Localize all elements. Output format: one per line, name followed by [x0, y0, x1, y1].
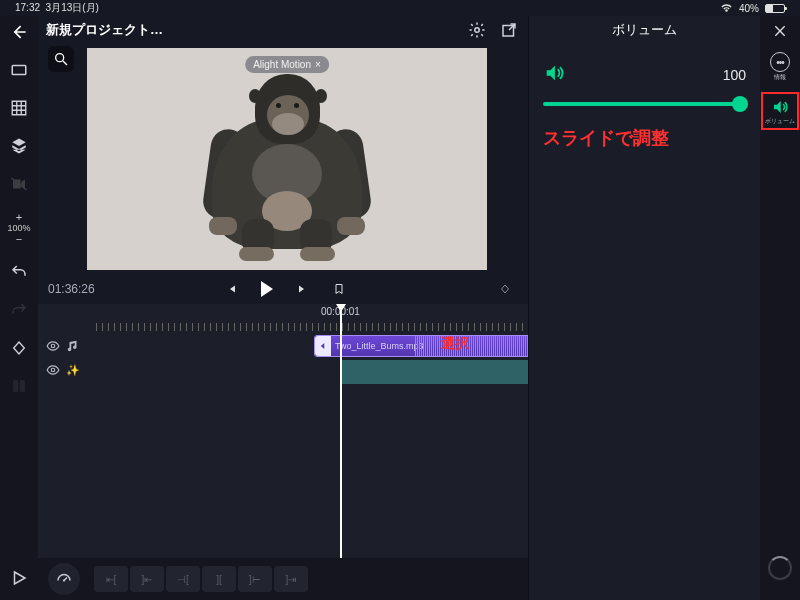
track-head-video[interactable]: ✨	[38, 358, 96, 382]
gorilla-illustration	[197, 69, 377, 249]
bookmark-icon[interactable]	[326, 283, 352, 295]
undo-icon[interactable]	[9, 262, 29, 282]
eye-icon[interactable]	[46, 363, 60, 377]
speed-button[interactable]	[48, 563, 80, 595]
eye-icon[interactable]	[46, 339, 60, 353]
svg-point-6	[56, 54, 64, 62]
split-right-button[interactable]: ]⊢	[238, 566, 272, 592]
svg-point-4	[475, 28, 480, 33]
camera-off-icon[interactable]	[9, 174, 29, 194]
export-icon[interactable]	[498, 19, 520, 41]
battery-icon	[765, 4, 785, 13]
status-time: 17:32	[15, 2, 40, 13]
timecode: 01:36:26	[48, 282, 208, 296]
close-icon[interactable]	[769, 20, 791, 42]
loading-spinner-icon	[768, 556, 792, 580]
svg-point-10	[63, 579, 65, 581]
project-title: 新規プロジェクト…	[46, 21, 456, 39]
panel-title: ボリューム	[529, 16, 760, 44]
wifi-icon	[720, 4, 733, 13]
video-clip[interactable]	[340, 360, 528, 384]
split-button[interactable]: ][	[202, 566, 236, 592]
time-ruler[interactable]: 00:00:01	[96, 304, 528, 334]
trim-in-button[interactable]: ]⇤	[130, 566, 164, 592]
split-left-button[interactable]: ⊣[	[166, 566, 200, 592]
svg-rect-0	[12, 66, 26, 75]
svg-line-7	[63, 61, 67, 65]
slider-thumb[interactable]	[732, 96, 748, 112]
svg-point-9	[51, 368, 55, 372]
volume-value: 100	[723, 67, 746, 83]
preview-canvas[interactable]: Alight Motion×	[87, 48, 487, 270]
volume-slider[interactable]	[543, 102, 746, 106]
status-date: 3月13日(月)	[46, 2, 99, 13]
slider-annotation: スライドで調整	[543, 126, 746, 150]
aspect-ratio-icon[interactable]	[9, 60, 29, 80]
settings-icon[interactable]	[466, 19, 488, 41]
skip-start-icon[interactable]	[218, 283, 244, 295]
svg-rect-3	[20, 380, 25, 392]
select-annotation: 選択	[441, 335, 469, 353]
redo-icon[interactable]	[9, 300, 29, 320]
audio-clip[interactable]: Two_Little_Bums.mp3	[314, 335, 528, 357]
audio-clip-name: Two_Little_Bums.mp3	[331, 341, 428, 351]
diamond-icon[interactable]	[492, 283, 518, 295]
track-head-audio[interactable]	[38, 334, 96, 358]
trim-end-button[interactable]: ]⇥	[274, 566, 308, 592]
playhead[interactable]	[340, 304, 342, 558]
svg-rect-2	[13, 380, 18, 392]
back-icon[interactable]	[9, 22, 29, 42]
trim-start-button[interactable]: ⇤[	[94, 566, 128, 592]
info-button[interactable]: ••• 情報	[770, 52, 790, 82]
battery-percent: 40%	[739, 3, 759, 14]
tool-disabled-icon	[9, 376, 29, 396]
music-note-icon	[66, 339, 80, 353]
zoom-control[interactable]: + 100% −	[7, 212, 30, 244]
magnify-button[interactable]	[48, 46, 74, 72]
clip-handle-left[interactable]	[315, 336, 331, 356]
skip-end-icon[interactable]	[290, 283, 316, 295]
timeline[interactable]: ✨ 00:00:01 Two_Little_Bums.mp3 選択	[38, 304, 528, 558]
layers-icon[interactable]	[9, 136, 29, 156]
zoom-value: 100%	[7, 223, 30, 233]
svg-point-8	[51, 344, 55, 348]
sparkle-icon: ✨	[66, 364, 80, 377]
play-outline-icon[interactable]	[9, 568, 29, 588]
keyframe-icon[interactable]	[9, 338, 29, 358]
play-button[interactable]	[254, 281, 280, 297]
grid-icon[interactable]	[9, 98, 29, 118]
volume-tab-button[interactable]: ボリューム	[761, 92, 799, 130]
volume-icon[interactable]	[543, 62, 565, 88]
